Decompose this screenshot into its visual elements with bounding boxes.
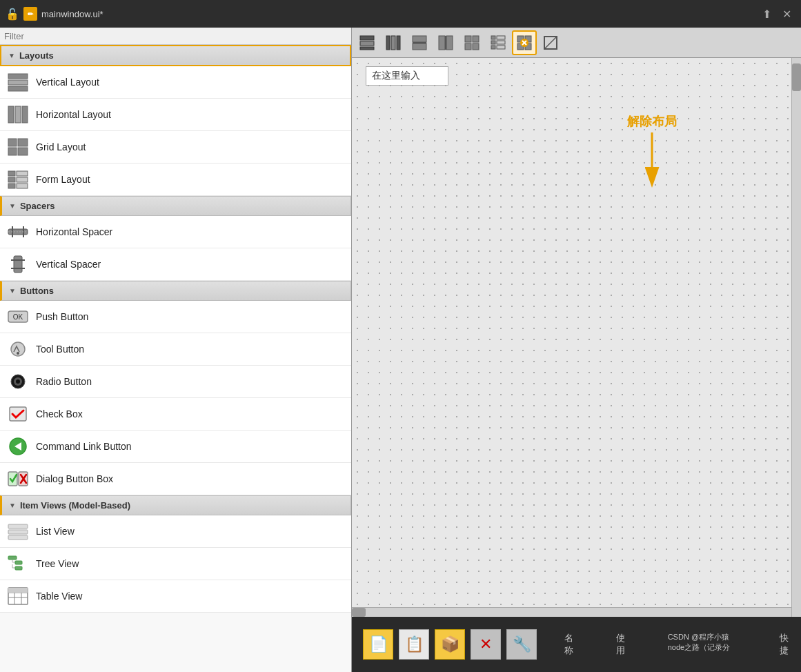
up-button[interactable]: ⬆ — [758, 6, 775, 22]
widget-command-link-button[interactable]: Command Link Button — [0, 431, 351, 463]
canvas-v-splitter-btn[interactable] — [433, 30, 458, 55]
svg-rect-44 — [15, 566, 22, 570]
close-button[interactable]: ✕ — [778, 6, 795, 22]
canvas-break-layout-btn[interactable] — [512, 30, 537, 55]
table-view-label: Table View — [36, 591, 82, 602]
widget-horizontal-spacer[interactable]: Horizontal Spacer — [0, 216, 351, 248]
filter-area — [0, 28, 351, 45]
svg-rect-38 — [8, 556, 17, 560]
col-source: CSDN @程序小猿node之路（记录分 — [668, 632, 739, 657]
svg-rect-10 — [8, 171, 15, 176]
canvas-content[interactable]: 在这里输入 解除布局 — [352, 58, 801, 617]
check-box-icon — [7, 403, 29, 425]
list-view-label: List View — [36, 526, 75, 537]
widget-radio-button[interactable]: Radio Button — [0, 366, 351, 398]
widget-tool-button[interactable]: Tool Button — [0, 333, 351, 366]
section-item-views[interactable]: ▼ Item Views (Model-Based) — [0, 495, 351, 515]
canvas-horizontal-layout-btn[interactable] — [381, 30, 406, 55]
canvas-scrollbar[interactable] — [791, 58, 801, 617]
canvas-grid-layout-btn[interactable] — [459, 30, 484, 55]
horizontal-spacer-label: Horizontal Spacer — [36, 226, 112, 237]
svg-text:OK: OK — [13, 313, 23, 321]
layouts-label: Layouts — [19, 50, 54, 61]
list-view-icon — [7, 520, 29, 542]
widget-table-view[interactable]: Table View — [0, 580, 351, 613]
svg-rect-3 — [8, 106, 14, 123]
svg-rect-8 — [8, 148, 17, 155]
canvas-h-splitter-btn[interactable] — [407, 30, 432, 55]
title-text: mainwindow.ui* — [41, 9, 754, 19]
svg-rect-15 — [17, 184, 28, 188]
widget-grid-layout[interactable]: Grid Layout — [0, 131, 351, 164]
annotation-text: 解除布局 — [627, 113, 677, 130]
svg-point-29 — [16, 379, 20, 384]
tool-button-icon — [7, 338, 29, 360]
widget-vertical-spacer[interactable]: Vertical Spacer — [0, 248, 351, 281]
spacers-label: Spacers — [20, 201, 55, 211]
canvas-input-text: 在这里输入 — [372, 70, 420, 81]
widget-dialog-button-box[interactable]: Dialog Button Box — [0, 463, 351, 495]
svg-rect-60 — [439, 36, 445, 50]
svg-rect-65 — [465, 43, 471, 50]
col-name: 名称 — [564, 632, 575, 657]
section-spacers[interactable]: ▼ Spacers — [0, 196, 351, 216]
widget-tree-view[interactable]: Tree View — [0, 548, 351, 580]
widget-form-layout[interactable]: Form Layout — [0, 164, 351, 196]
section-layouts[interactable]: ▼ Layouts — [0, 45, 351, 66]
widget-vertical-layout[interactable]: Vertical Layout — [0, 66, 351, 99]
svg-point-26 — [17, 352, 19, 355]
push-button-icon: OK — [7, 306, 29, 328]
svg-rect-57 — [413, 36, 426, 42]
canvas-hscrollbar[interactable] — [352, 607, 791, 617]
status-icon-settings[interactable]: 🔧 — [506, 629, 537, 660]
tool-button-label: Tool Button — [36, 344, 84, 355]
layout-annotation: 解除布局 — [627, 113, 677, 188]
vertical-layout-label: Vertical Layout — [36, 77, 99, 88]
widget-check-box[interactable]: Check Box — [0, 398, 351, 431]
svg-rect-14 — [8, 184, 15, 188]
buttons-label: Buttons — [20, 286, 54, 296]
svg-rect-4 — [15, 106, 21, 123]
widget-list-view[interactable]: List View — [0, 515, 351, 548]
command-link-button-icon — [7, 435, 29, 457]
section-buttons[interactable]: ▼ Buttons — [0, 281, 351, 301]
command-link-button-label: Command Link Button — [36, 441, 132, 452]
vertical-layout-icon — [7, 71, 29, 93]
status-icon-copy[interactable]: 📋 — [399, 629, 429, 660]
widget-horizontal-layout[interactable]: Horizontal Layout — [0, 99, 351, 131]
tree-view-icon — [7, 553, 29, 575]
grid-layout-label: Grid Layout — [36, 141, 86, 152]
status-icon-close[interactable]: ✕ — [471, 629, 501, 660]
radio-button-icon — [7, 370, 29, 393]
status-icons: 📄 📋 📦 ✕ 🔧 — [363, 629, 537, 660]
svg-rect-56 — [397, 36, 400, 50]
canvas-vertical-layout-btn[interactable] — [355, 30, 379, 55]
svg-rect-70 — [497, 41, 505, 44]
vertical-spacer-icon — [7, 253, 29, 275]
col-shortcut: 快捷 — [780, 632, 790, 657]
svg-rect-67 — [491, 36, 495, 39]
grid-layout-icon — [7, 136, 29, 158]
canvas-form-layout-btn[interactable] — [486, 30, 511, 55]
widget-push-button[interactable]: OK Push Button — [0, 301, 351, 333]
svg-rect-62 — [445, 36, 446, 50]
tree-view-label: Tree View — [36, 558, 79, 569]
dialog-button-box-icon — [7, 468, 29, 490]
svg-rect-72 — [497, 46, 505, 49]
svg-rect-71 — [491, 46, 495, 49]
lock-icon: 🔓 — [6, 8, 19, 21]
status-icon-open[interactable]: 📦 — [435, 629, 465, 660]
svg-rect-63 — [465, 36, 471, 42]
right-area: 在这里输入 解除布局 — [352, 28, 801, 672]
col-use: 使用 — [616, 632, 626, 657]
canvas-toolbar — [352, 28, 801, 58]
canvas-adjust-size-btn[interactable] — [538, 30, 563, 55]
filter-input[interactable] — [4, 31, 347, 41]
status-columns: 名称 使用 CSDN @程序小猿node之路（记录分 快捷 — [564, 632, 790, 657]
svg-rect-58 — [413, 43, 426, 50]
table-view-icon — [7, 585, 29, 607]
status-icon-new[interactable]: 📄 — [363, 629, 393, 660]
svg-rect-13 — [17, 177, 28, 182]
svg-rect-50 — [8, 588, 28, 593]
canvas-input[interactable]: 在这里输入 — [366, 66, 448, 86]
